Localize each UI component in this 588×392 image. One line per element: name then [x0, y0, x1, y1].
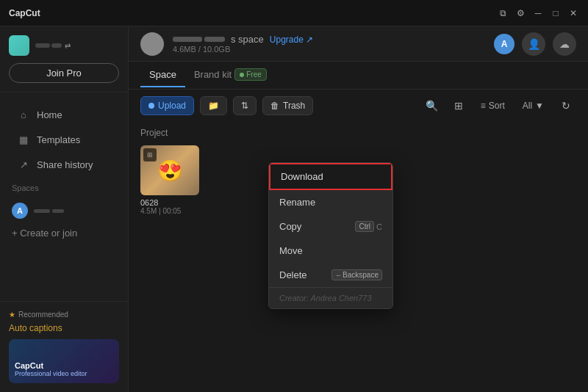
download-label: Download	[281, 171, 323, 182]
project-card[interactable]: 😍 ⊞ 0628 4.5M | 00:05	[140, 145, 199, 215]
space-dot-2	[52, 209, 64, 213]
main-header: ◎ s space Upgrade ↗ 4.6MB / 10.0GB A	[129, 26, 588, 62]
home-label: Home	[37, 109, 62, 120]
auto-captions-label[interactable]: Auto captions	[9, 323, 119, 333]
space-icon: ◎	[147, 37, 157, 51]
titlebar-controls: ⧉ ⚙ ─ □ ✕	[497, 7, 579, 19]
header-left: ◎ s space Upgrade ↗ 4.6MB / 10.0GB	[140, 32, 313, 56]
c-key: C	[376, 222, 382, 231]
filter-button[interactable]: All ▼	[517, 98, 550, 114]
profile-expand-icon: ⇄	[65, 42, 71, 50]
delete-label: Delete	[279, 269, 307, 280]
settings-btn[interactable]: ⚙	[514, 7, 526, 19]
trash-label: Trash	[283, 101, 305, 111]
context-menu-move[interactable]: Move	[269, 239, 392, 263]
brand-kit-tab-label: Brand kit	[194, 69, 232, 80]
backspace-key: ←Backspace	[331, 269, 382, 280]
profile-dot-1	[35, 43, 50, 48]
context-menu-delete[interactable]: Delete ←Backspace	[269, 263, 392, 287]
titlebar: CapCut ⧉ ⚙ ─ □ ✕	[0, 0, 588, 26]
maximize-btn[interactable]: □	[550, 7, 562, 19]
sort-icon: ≡	[481, 101, 486, 111]
refresh-button[interactable]: ↻	[556, 95, 576, 116]
copy-shortcut: Ctrl C	[355, 221, 382, 232]
sidebar-profile: ⇄	[9, 35, 119, 56]
folder-button[interactable]: 📁	[200, 96, 227, 115]
cloud-icon: ☁	[559, 38, 570, 50]
create-or-join-button[interactable]: + Create or join	[12, 223, 116, 243]
project-name: 0628	[140, 198, 199, 207]
sort-order-button[interactable]: ⇅	[233, 96, 257, 115]
trash-icon: 🗑	[270, 101, 279, 111]
upload-button[interactable]: Upload	[140, 96, 194, 115]
star-icon: ★	[9, 311, 15, 319]
sort-button[interactable]: ≡ Sort	[475, 98, 511, 114]
search-button[interactable]: 🔍	[422, 95, 442, 116]
recommended-text: Recommended	[18, 311, 68, 319]
space-name-dots	[34, 209, 64, 213]
grid-icon: ⊞	[454, 100, 463, 112]
project-meta: 4.5M | 00:05	[140, 207, 199, 215]
picture-in-picture-btn[interactable]: ⧉	[497, 7, 509, 19]
cloud-icon-button[interactable]: ☁	[553, 32, 576, 56]
project-type-badge: ⊞	[143, 148, 157, 161]
move-label: Move	[279, 245, 303, 256]
team-icon-button[interactable]: 👤	[522, 32, 545, 56]
user-avatar-button[interactable]: A	[494, 34, 514, 54]
context-menu-copy[interactable]: Copy Ctrl C	[269, 214, 392, 239]
space-avatar: A	[12, 203, 28, 219]
upgrade-button[interactable]: Upgrade ↗	[270, 35, 313, 45]
capcut-card-subtitle: Professional video editor	[15, 370, 87, 377]
refresh-icon: ↻	[562, 100, 570, 112]
recommended-label: ★ Recommended	[9, 311, 119, 319]
capcut-card-content: CapCut Professional video editor	[15, 361, 87, 377]
templates-label: Templates	[37, 134, 80, 145]
share-icon: ↗	[18, 159, 29, 170]
copy-label: Copy	[279, 221, 301, 232]
app-layout: ⇄ Join Pro ⌂ Home ▦ Templates ↗ Share hi…	[0, 26, 588, 392]
main-content: ◎ s space Upgrade ↗ 4.6MB / 10.0GB A	[129, 26, 588, 392]
profile-avatar	[9, 35, 29, 56]
home-icon: ⌂	[18, 109, 29, 120]
header-dot-1	[173, 37, 202, 42]
upload-icon	[148, 103, 154, 109]
filter-label: All	[523, 101, 532, 111]
context-menu-download[interactable]: Download	[269, 163, 392, 190]
app-logo: CapCut	[9, 8, 40, 18]
sidebar-item-share-history[interactable]: ↗ Share history	[6, 153, 122, 176]
titlebar-left: CapCut	[9, 8, 40, 18]
free-dot	[240, 73, 244, 77]
minimize-btn[interactable]: ─	[532, 7, 544, 19]
header-dot-2	[204, 37, 225, 42]
grid-view-button[interactable]: ⊞	[448, 95, 469, 116]
templates-icon: ▦	[18, 134, 29, 145]
sidebar: ⇄ Join Pro ⌂ Home ▦ Templates ↗ Share hi…	[0, 26, 129, 392]
trash-button[interactable]: 🗑 Trash	[262, 96, 313, 115]
share-history-label: Share history	[37, 159, 93, 170]
thumbnail-emoji: 😍	[157, 159, 183, 183]
close-btn[interactable]: ✕	[567, 7, 579, 19]
search-icon: 🔍	[426, 100, 438, 112]
space-text: s space	[231, 34, 264, 45]
folder-icon: 📁	[208, 101, 219, 111]
creator-info: Creator: Andrea Chen773	[269, 288, 392, 308]
context-menu-rename[interactable]: Rename	[269, 190, 392, 214]
header-name-row: s space Upgrade ↗	[173, 34, 313, 45]
sidebar-item-templates[interactable]: ▦ Templates	[6, 128, 122, 151]
filter-icon: ▼	[535, 101, 544, 111]
space-item[interactable]: A	[12, 198, 116, 223]
spaces-label: Spaces	[12, 184, 116, 192]
tab-brand-kit[interactable]: Brand kit Free	[185, 62, 276, 88]
tabs-bar: Space Brand kit Free	[129, 62, 588, 90]
capcut-promo-card[interactable]: CapCut Professional video editor	[9, 339, 119, 383]
profile-name-area: ⇄	[35, 42, 119, 50]
project-thumbnail: 😍 ⊞	[140, 145, 199, 195]
sort-order-icon: ⇅	[241, 101, 248, 111]
capcut-card-title: CapCut	[15, 361, 87, 370]
header-name-dots	[173, 37, 225, 42]
profile-dot-2	[51, 43, 62, 48]
project-section-label: Project	[140, 128, 576, 138]
sidebar-item-home[interactable]: ⌂ Home	[6, 103, 122, 126]
join-pro-button[interactable]: Join Pro	[9, 63, 119, 83]
tab-space[interactable]: Space	[140, 63, 185, 87]
